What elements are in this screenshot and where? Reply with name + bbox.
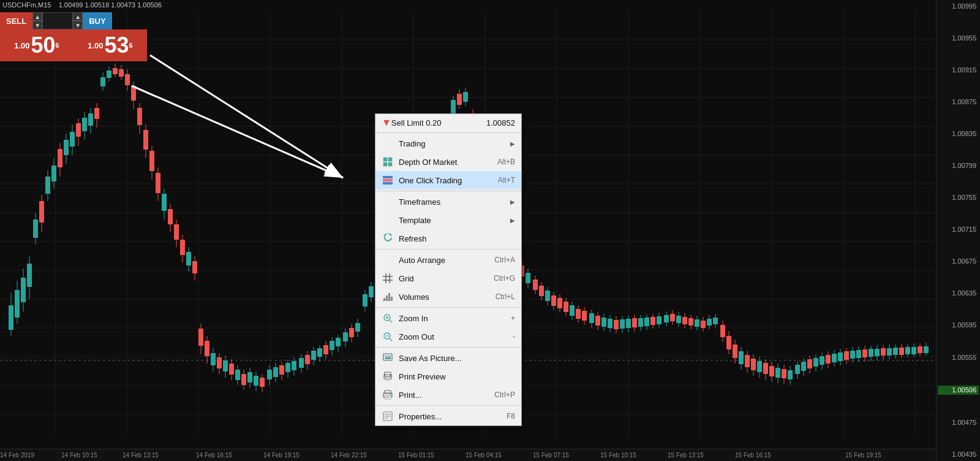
price-2: 1.00955: [938, 34, 979, 42]
buy-button[interactable]: BUY: [83, 12, 111, 29]
svg-line-348: [390, 320, 392, 322]
menu-save-as-picture[interactable]: Save As Picture...: [375, 349, 521, 367]
divider-0: [375, 132, 521, 133]
svg-rect-46: [58, 149, 62, 167]
svg-rect-130: [317, 348, 322, 357]
volumes-icon: [382, 291, 394, 303]
svg-rect-246: [682, 317, 687, 324]
menu-print[interactable]: Print... Ctrl+P: [375, 386, 521, 404]
svg-rect-34: [21, 278, 26, 302]
menu-one-click-trading[interactable]: One Click Trading Alt+T: [375, 171, 521, 189]
sell-price[interactable]: 1.00 50 6: [0, 29, 74, 61]
svg-rect-260: [726, 336, 731, 349]
svg-rect-276: [775, 368, 780, 378]
properties-shortcut: F8: [507, 412, 515, 421]
lot-down-button[interactable]: ▼: [32, 21, 42, 29]
grid-label: Grid: [399, 274, 489, 283]
menu-properties[interactable]: Properties... F8: [375, 407, 521, 425]
price-13: 1.00475: [938, 419, 979, 427]
svg-rect-196: [526, 273, 530, 283]
svg-rect-90: [192, 261, 197, 273]
menu-auto-arrange[interactable]: Auto Arrange Ctrl+A: [375, 251, 521, 269]
price-current: 1.00506: [938, 386, 979, 395]
svg-point-361: [390, 375, 391, 376]
svg-rect-212: [576, 309, 581, 319]
svg-rect-288: [813, 358, 818, 367]
svg-rect-332: [383, 176, 393, 178]
svg-rect-136: [336, 338, 341, 346]
sell-limit-item[interactable]: ▼ Sell Limit 0.20 1.00852: [375, 114, 521, 131]
svg-rect-343: [388, 293, 390, 300]
zoom-out-label: Zoom Out: [399, 332, 508, 341]
svg-rect-100: [223, 360, 228, 371]
price-14: 1.00435: [938, 451, 979, 459]
svg-rect-56: [88, 113, 93, 126]
price-3: 1.00915: [938, 66, 979, 74]
svg-rect-268: [751, 359, 756, 370]
svg-rect-120: [285, 363, 290, 372]
svg-rect-118: [279, 365, 284, 375]
svg-rect-72: [137, 108, 142, 125]
lot-input[interactable]: 0.20: [42, 12, 73, 29]
svg-rect-142: [355, 323, 360, 332]
svg-rect-302: [856, 350, 861, 358]
svg-rect-322: [918, 346, 922, 353]
svg-rect-296: [838, 352, 843, 361]
svg-rect-176: [463, 92, 468, 102]
menu-volumes[interactable]: Volumes Ctrl+L: [375, 288, 521, 306]
svg-rect-126: [305, 355, 310, 364]
svg-rect-358: [385, 377, 390, 380]
svg-rect-82: [168, 209, 173, 224]
svg-rect-314: [893, 348, 898, 355]
zoom-out-shortcut: -: [513, 332, 515, 341]
menu-timeframes[interactable]: Timeframes ▶: [375, 192, 521, 211]
svg-rect-94: [205, 341, 209, 356]
trading-label: Trading: [399, 139, 510, 148]
print-shortcut: Ctrl+P: [494, 391, 515, 399]
menu-print-preview[interactable]: Print Preview: [375, 367, 521, 386]
sell-button[interactable]: SELL: [0, 12, 32, 29]
lot-up2-button[interactable]: ▲: [73, 12, 83, 21]
price-1: 1.00995: [938, 2, 979, 10]
menu-depth-of-market[interactable]: Depth Of Market Alt+B: [375, 153, 521, 171]
dom-shortcut: Alt+B: [497, 158, 515, 166]
svg-rect-174: [457, 94, 462, 105]
divider-1: [375, 191, 521, 191]
buy-prefix: 1.00: [88, 41, 103, 50]
svg-rect-76: [149, 151, 154, 171]
menu-zoom-in[interactable]: Zoom In +: [375, 309, 521, 327]
svg-rect-206: [557, 298, 562, 308]
menu-template[interactable]: Template ▶: [375, 211, 521, 229]
svg-rect-144: [363, 294, 368, 307]
svg-rect-333: [383, 179, 393, 181]
time-8: 15 Feb 07:15: [533, 452, 569, 459]
refresh-label: Refresh: [399, 234, 515, 243]
svg-rect-68: [125, 74, 130, 85]
svg-rect-66: [119, 69, 124, 77]
svg-rect-84: [174, 224, 179, 240]
svg-rect-342: [386, 295, 388, 300]
svg-rect-134: [330, 341, 334, 350]
time-10: 15 Feb 13:15: [668, 452, 704, 459]
svg-rect-50: [70, 132, 75, 147]
time-9: 15 Feb 10:15: [600, 452, 636, 459]
svg-rect-292: [826, 355, 831, 364]
oct-shortcut: Alt+T: [498, 176, 515, 185]
volumes-shortcut: Ctrl+L: [496, 292, 515, 301]
print-label: Print...: [399, 391, 489, 400]
svg-rect-122: [292, 361, 296, 370]
symbol-info: USDCHFm,M15: [2, 1, 51, 9]
oct-label: One Click Trading: [399, 176, 493, 185]
lot-up-button[interactable]: ▲: [32, 12, 42, 21]
menu-grid[interactable]: Grid Ctrl+G: [375, 269, 521, 288]
buy-price[interactable]: 1.00 53 6: [74, 29, 147, 61]
menu-refresh[interactable]: Refresh: [375, 229, 521, 248]
menu-trading[interactable]: Trading ▶: [375, 134, 521, 153]
lot-down2-button[interactable]: ▼: [73, 21, 83, 29]
svg-rect-316: [899, 348, 904, 355]
time-2: 14 Feb 13:15: [123, 452, 159, 459]
svg-rect-214: [582, 311, 587, 321]
svg-rect-78: [156, 173, 160, 193]
time-axis: 14 Feb 2019 14 Feb 10:15 14 Feb 13:15 14…: [0, 449, 936, 461]
menu-zoom-out[interactable]: Zoom Out -: [375, 327, 521, 346]
